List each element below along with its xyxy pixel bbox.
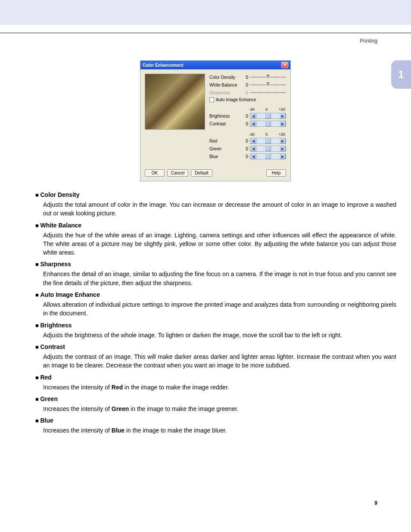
slider-track[interactable]: [250, 83, 286, 87]
section-heading: ■ Auto Image Enhance: [35, 291, 396, 299]
scroller[interactable]: ◀▶: [250, 153, 286, 159]
scroller-label: Contrast: [209, 121, 243, 126]
scale-right: +20: [279, 107, 285, 112]
scroll-left-icon[interactable]: ◀: [250, 113, 256, 118]
scale-right: +20: [279, 132, 285, 137]
scroll-left-icon[interactable]: ◀: [250, 154, 256, 159]
scroller[interactable]: ◀▶: [250, 113, 286, 119]
scroller-value: 0: [243, 146, 248, 151]
section-heading: ■ White Balance: [35, 221, 396, 229]
scroller[interactable]: ◀▶: [250, 121, 286, 127]
scale-left: -20: [249, 107, 255, 112]
scroll-left-icon[interactable]: ◀: [250, 138, 256, 143]
scroll-right-icon[interactable]: ▶: [280, 154, 286, 159]
breadcrumb: Printing: [360, 38, 377, 44]
scroller-value: 0: [243, 114, 248, 118]
scroll-left-icon[interactable]: ◀: [250, 146, 256, 151]
dialog-title: Color Enhancement: [143, 63, 183, 68]
slider-label: Sharpness: [209, 90, 243, 95]
scroll-left-icon[interactable]: ◀: [250, 121, 256, 126]
section-description: Adjusts the total amount of color in the…: [43, 200, 396, 218]
scroller-label: Red: [209, 139, 243, 143]
auto-image-enhance-checkbox[interactable]: [209, 97, 214, 102]
scroll-thumb[interactable]: [265, 154, 271, 159]
auto-image-enhance-label: Auto Image Enhance: [216, 97, 256, 102]
page-number: 9: [374, 500, 377, 506]
section-description: Allows alteration of individual picture …: [43, 300, 396, 318]
section-description: Increases the intensity of Green in the …: [43, 404, 396, 413]
color-enhancement-dialog: Color Enhancement ✕ Color Density0White …: [140, 60, 291, 181]
scroller-label: Brightness: [209, 114, 243, 118]
scroll-right-icon[interactable]: ▶: [280, 121, 286, 126]
scroll-thumb[interactable]: [265, 121, 271, 126]
section-heading: ■ Blue: [35, 417, 396, 424]
scroller-value: 0: [243, 121, 248, 126]
section-heading: ■ Sharpness: [35, 260, 396, 268]
help-button[interactable]: Help: [266, 169, 286, 177]
section-description: Increases the intensity of Blue in the i…: [43, 426, 396, 435]
scroll-thumb[interactable]: [265, 113, 271, 118]
slider-track[interactable]: [250, 75, 286, 79]
ok-button[interactable]: OK: [145, 169, 165, 177]
slider-track: [250, 90, 286, 95]
section-description: Enhances the detail of an image, similar…: [43, 270, 396, 287]
slider-value: 0: [243, 75, 248, 80]
section-heading: ■ Brightness: [35, 321, 396, 329]
scroll-thumb[interactable]: [265, 146, 271, 151]
section-heading: ■ Red: [35, 373, 396, 381]
slider-label: Color Density: [209, 75, 243, 80]
scroll-right-icon[interactable]: ▶: [280, 146, 286, 151]
scale-mid: 0: [265, 132, 268, 137]
section-heading: ■ Green: [35, 395, 396, 403]
cancel-button[interactable]: Cancel: [167, 169, 188, 177]
scroller-value: 0: [243, 139, 248, 143]
slider-label: White Balance: [209, 83, 243, 87]
section-heading: ■ Color Density: [35, 191, 396, 199]
section-description: Increases the intensity of Red in the im…: [43, 383, 396, 392]
slider-thumb[interactable]: [266, 82, 270, 85]
section-description: Adjusts the contrast of an image. This w…: [43, 352, 396, 370]
scroll-right-icon[interactable]: ▶: [280, 138, 286, 143]
scale-mid: 0: [265, 107, 268, 112]
slider-thumb[interactable]: [266, 75, 270, 78]
default-button[interactable]: Default: [191, 169, 212, 177]
dialog-titlebar[interactable]: Color Enhancement ✕: [140, 61, 290, 69]
section-description: Adjusts the brightness of the whole imag…: [43, 331, 396, 339]
scroll-right-icon[interactable]: ▶: [280, 113, 286, 118]
header-divider: [0, 33, 411, 33]
page-top-bar: [0, 0, 411, 25]
close-icon[interactable]: ✕: [281, 62, 288, 68]
section-heading: ■ Contrast: [35, 343, 396, 351]
preview-image: [145, 74, 205, 130]
section-description: Adjusts the hue of the white areas of an…: [43, 231, 396, 257]
scroller-label: Blue: [209, 154, 243, 159]
slider-value: 0: [243, 83, 248, 87]
scroller-value: 0: [243, 154, 248, 159]
scroller[interactable]: ◀▶: [250, 146, 286, 152]
scroller[interactable]: ◀▶: [250, 138, 286, 144]
slider-value: 0: [243, 90, 248, 95]
scale-left: -20: [249, 132, 255, 137]
scroll-thumb[interactable]: [265, 138, 271, 143]
scroller-label: Green: [209, 146, 243, 151]
